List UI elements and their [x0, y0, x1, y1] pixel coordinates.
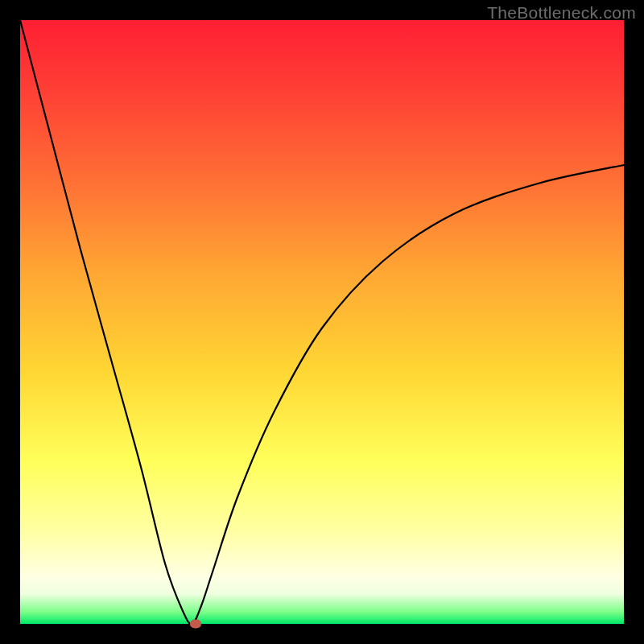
bottleneck-curve — [20, 20, 624, 624]
optimal-point-marker — [190, 620, 201, 629]
chart-frame: TheBottleneck.com — [0, 0, 644, 644]
plot-area — [20, 20, 624, 624]
